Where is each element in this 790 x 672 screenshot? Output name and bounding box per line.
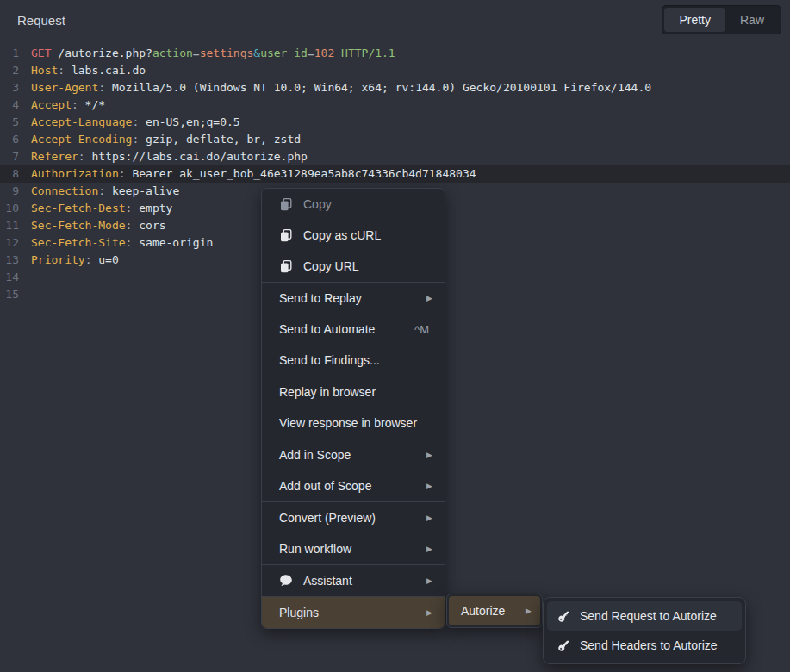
line-number: 7 <box>0 148 19 165</box>
menu-item-send-to-findings[interactable]: Send to Findings... <box>262 345 445 376</box>
plugins-submenu: Autorize▶ <box>446 594 543 628</box>
line-content: GET /autorize.php?action=settings&user_i… <box>19 45 395 62</box>
menu-item-label: Copy <box>303 197 432 211</box>
line-content: Connection: keep-alive <box>19 183 179 200</box>
request-panel-header: Request Pretty Raw <box>0 0 790 40</box>
key-icon <box>557 609 571 623</box>
line-number: 13 <box>0 252 19 269</box>
line-content: User-Agent: Mozilla/5.0 (Windows NT 10.0… <box>19 79 651 96</box>
copy-icon <box>279 259 293 273</box>
menu-item-assistant[interactable]: Assistant▶ <box>262 565 445 596</box>
menu-item-label: Send to Findings... <box>279 353 432 367</box>
line-number: 8 <box>0 165 19 183</box>
line-content: Host: labs.cai.do <box>19 62 146 79</box>
submenu-arrow-icon: ▶ <box>426 545 432 553</box>
request-line-7[interactable]: 7Referer: https://labs.cai.do/autorize.p… <box>0 148 790 165</box>
menu-item-send-request-to-autorize[interactable]: Send Request to Autorize <box>547 601 742 631</box>
menu-item-copy-url[interactable]: Copy URL <box>262 251 445 282</box>
menu-item-view-response-in-browser[interactable]: View response in browser <box>262 408 445 439</box>
panel-title: Request <box>17 13 65 28</box>
menu-item-label: Add out of Scope <box>279 479 426 493</box>
menu-item-label: Plugins <box>279 606 426 619</box>
line-number: 14 <box>0 269 19 286</box>
tab-raw[interactable]: Raw <box>725 8 779 32</box>
menu-item-label: Send Request to Autorize <box>580 609 733 623</box>
menu-item-label: Copy URL <box>303 259 432 273</box>
copy-icon <box>279 197 293 211</box>
line-content: Accept: */* <box>19 96 105 114</box>
line-number: 1 <box>0 45 19 62</box>
menu-item-label: Convert (Preview) <box>279 511 426 525</box>
line-content: Sec-Fetch-Dest: empty <box>19 200 172 217</box>
menu-item-label: Add in Scope <box>279 448 426 462</box>
request-line-1[interactable]: 1GET /autorize.php?action=settings&user_… <box>0 45 790 62</box>
line-number: 11 <box>0 217 19 234</box>
line-content: Accept-Encoding: gzip, deflate, br, zstd <box>19 131 301 148</box>
submenu-arrow-icon: ▶ <box>426 514 432 522</box>
context-menu: CopyCopy as cURLCopy URLSend to Replay▶S… <box>261 188 445 629</box>
line-content: Accept-Language: en-US,en;q=0.5 <box>19 114 240 131</box>
submenu-arrow-icon: ▶ <box>426 609 432 617</box>
request-line-8[interactable]: 8Authorization: Bearer ak_user_bob_46e31… <box>0 165 790 183</box>
menu-item-label: Send to Replay <box>279 291 426 305</box>
submenu-arrow-icon: ▶ <box>426 451 432 459</box>
menu-item-label: Autorize <box>461 604 526 618</box>
request-line-3[interactable]: 3User-Agent: Mozilla/5.0 (Windows NT 10.… <box>0 79 790 96</box>
line-number: 5 <box>0 114 19 131</box>
submenu-arrow-icon: ▶ <box>426 577 432 585</box>
request-line-6[interactable]: 6Accept-Encoding: gzip, deflate, br, zst… <box>0 131 790 148</box>
line-number: 9 <box>0 183 19 200</box>
menu-item-label: Run workflow <box>279 542 426 556</box>
copy-icon <box>279 228 293 242</box>
request-line-5[interactable]: 5Accept-Language: en-US,en;q=0.5 <box>0 114 790 131</box>
request-line-4[interactable]: 4Accept: */* <box>0 96 790 114</box>
menu-item-send-to-replay[interactable]: Send to Replay▶ <box>262 283 445 314</box>
menu-item-label: View response in browser <box>279 416 432 430</box>
submenu-arrow-icon: ▶ <box>526 607 532 615</box>
line-number: 6 <box>0 131 19 148</box>
request-line-2[interactable]: 2Host: labs.cai.do <box>0 62 790 79</box>
chat-icon <box>279 574 293 588</box>
line-number: 12 <box>0 234 19 252</box>
line-content: Authorization: Bearer ak_user_bob_46e312… <box>19 165 476 183</box>
menu-item-autorize[interactable]: Autorize▶ <box>449 596 540 625</box>
menu-item-copy: Copy <box>262 189 445 220</box>
menu-item-add-in-scope[interactable]: Add in Scope▶ <box>262 439 445 470</box>
tab-pretty[interactable]: Pretty <box>664 8 725 32</box>
line-content: Referer: https://labs.cai.do/autorize.ph… <box>19 148 308 165</box>
line-content: Sec-Fetch-Mode: cors <box>19 217 166 234</box>
menu-item-add-out-of-scope[interactable]: Add out of Scope▶ <box>262 470 445 501</box>
autorize-submenu: Send Request to AutorizeSend Headers to … <box>543 597 746 664</box>
line-number: 10 <box>0 200 19 217</box>
line-content: Priority: u=0 <box>19 252 119 269</box>
menu-item-label: Send Headers to Autorize <box>580 638 733 652</box>
menu-item-label: Send to Automate <box>279 322 414 336</box>
menu-item-run-workflow[interactable]: Run workflow▶ <box>262 533 445 564</box>
line-number: 3 <box>0 79 19 96</box>
submenu-arrow-icon: ▶ <box>426 295 432 302</box>
menu-item-convert-preview[interactable]: Convert (Preview)▶ <box>262 502 445 533</box>
menu-item-send-to-automate[interactable]: Send to Automate^M <box>262 314 445 345</box>
menu-item-send-headers-to-autorize[interactable]: Send Headers to Autorize <box>547 631 742 660</box>
submenu-arrow-icon: ▶ <box>426 482 432 490</box>
line-content <box>19 269 31 286</box>
view-mode-toggle: Pretty Raw <box>662 5 781 34</box>
line-content <box>19 286 31 303</box>
menu-item-label: Assistant <box>303 574 426 588</box>
menu-item-replay-in-browser[interactable]: Replay in browser <box>262 376 445 408</box>
line-number: 4 <box>0 96 19 114</box>
line-number: 15 <box>0 286 19 303</box>
menu-item-label: Replay in browser <box>279 385 432 399</box>
menu-item-plugins[interactable]: Plugins▶ <box>262 597 445 628</box>
shortcut-label: ^M <box>414 323 429 336</box>
menu-item-copy-as-curl[interactable]: Copy as cURL <box>262 220 445 251</box>
key-icon <box>557 638 571 652</box>
line-number: 2 <box>0 62 19 79</box>
line-content: Sec-Fetch-Site: same-origin <box>19 234 213 252</box>
menu-item-label: Copy as cURL <box>303 228 432 242</box>
